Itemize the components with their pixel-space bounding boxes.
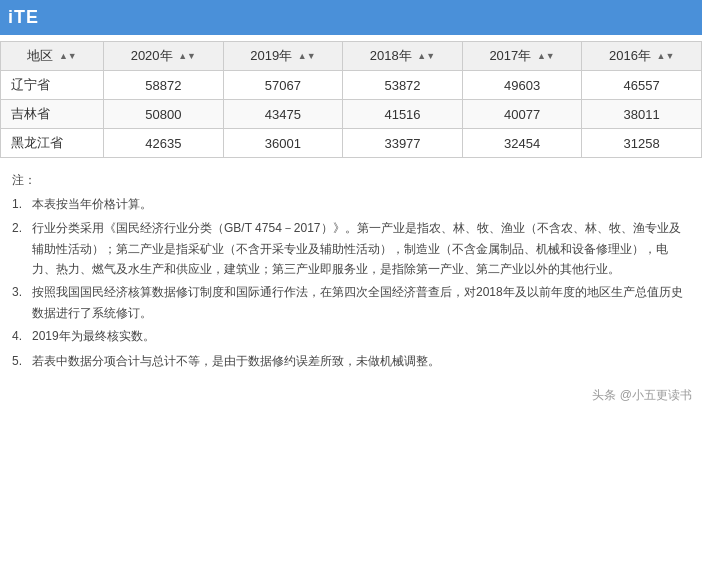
cell-2017: 40077 <box>462 100 582 129</box>
notes-number: 4. <box>12 326 32 348</box>
notes-section: 注： 1.本表按当年价格计算。2.行业分类采用《国民经济行业分类（GB/T 47… <box>0 162 702 383</box>
col-header-2016[interactable]: 2016年 ▲▼ <box>582 42 702 71</box>
notes-number: 5. <box>12 351 32 373</box>
notes-item: 4.2019年为最终核实数。 <box>12 326 690 348</box>
notes-list: 1.本表按当年价格计算。2.行业分类采用《国民经济行业分类（GB/T 4754－… <box>12 194 690 373</box>
sort-icon-2017[interactable]: ▲▼ <box>537 52 555 61</box>
table-row: 吉林省 50800 43475 41516 40077 38011 <box>1 100 702 129</box>
data-table: 地区 ▲▼ 2020年 ▲▼ 2019年 ▲▼ 2018年 ▲▼ 2017年 <box>0 41 702 158</box>
sort-icon-region[interactable]: ▲▼ <box>59 52 77 61</box>
cell-2016: 38011 <box>582 100 702 129</box>
notes-text: 按照我国国民经济核算数据修订制度和国际通行作法，在第四次全国经济普查后，对201… <box>32 282 690 323</box>
cell-2016: 46557 <box>582 71 702 100</box>
cell-2017: 32454 <box>462 129 582 158</box>
cell-region: 吉林省 <box>1 100 104 129</box>
sort-icon-2019[interactable]: ▲▼ <box>298 52 316 61</box>
cell-2018: 33977 <box>343 129 463 158</box>
notes-text: 本表按当年价格计算。 <box>32 194 690 214</box>
notes-number: 2. <box>12 218 32 240</box>
col-header-2017[interactable]: 2017年 ▲▼ <box>462 42 582 71</box>
cell-2020: 50800 <box>104 100 224 129</box>
notes-text: 若表中数据分项合计与总计不等，是由于数据修约误差所致，未做机械调整。 <box>32 351 690 371</box>
notes-number: 1. <box>12 194 32 216</box>
cell-2016: 31258 <box>582 129 702 158</box>
footer: 头条 @小五更读书 <box>0 383 702 408</box>
col-header-2018[interactable]: 2018年 ▲▼ <box>343 42 463 71</box>
cell-2020: 42635 <box>104 129 224 158</box>
logo: iTE <box>8 7 39 28</box>
col-header-2019[interactable]: 2019年 ▲▼ <box>223 42 343 71</box>
notes-prefix: 注： <box>12 170 690 192</box>
col-header-2020[interactable]: 2020年 ▲▼ <box>104 42 224 71</box>
cell-2019: 36001 <box>223 129 343 158</box>
notes-number: 3. <box>12 282 32 304</box>
notes-text: 2019年为最终核实数。 <box>32 326 690 346</box>
table-header-row: 地区 ▲▼ 2020年 ▲▼ 2019年 ▲▼ 2018年 ▲▼ 2017年 <box>1 42 702 71</box>
cell-region: 黑龙江省 <box>1 129 104 158</box>
cell-2019: 57067 <box>223 71 343 100</box>
table-container: 地区 ▲▼ 2020年 ▲▼ 2019年 ▲▼ 2018年 ▲▼ 2017年 <box>0 35 702 158</box>
table-row: 黑龙江省 42635 36001 33977 32454 31258 <box>1 129 702 158</box>
cell-region: 辽宁省 <box>1 71 104 100</box>
notes-item: 1.本表按当年价格计算。 <box>12 194 690 216</box>
notes-text: 行业分类采用《国民经济行业分类（GB/T 4754－2017）》。第一产业是指农… <box>32 218 690 279</box>
cell-2020: 58872 <box>104 71 224 100</box>
watermark: 头条 @小五更读书 <box>592 387 692 404</box>
cell-2018: 41516 <box>343 100 463 129</box>
sort-icon-2016[interactable]: ▲▼ <box>657 52 675 61</box>
notes-item: 3.按照我国国民经济核算数据修订制度和国际通行作法，在第四次全国经济普查后，对2… <box>12 282 690 323</box>
table-row: 辽宁省 58872 57067 53872 49603 46557 <box>1 71 702 100</box>
cell-2018: 53872 <box>343 71 463 100</box>
sort-icon-2020[interactable]: ▲▼ <box>178 52 196 61</box>
notes-item: 5.若表中数据分项合计与总计不等，是由于数据修约误差所致，未做机械调整。 <box>12 351 690 373</box>
sort-icon-2018[interactable]: ▲▼ <box>417 52 435 61</box>
col-header-region[interactable]: 地区 ▲▼ <box>1 42 104 71</box>
cell-2019: 43475 <box>223 100 343 129</box>
cell-2017: 49603 <box>462 71 582 100</box>
notes-item: 2.行业分类采用《国民经济行业分类（GB/T 4754－2017）》。第一产业是… <box>12 218 690 279</box>
top-bar: iTE <box>0 0 702 35</box>
